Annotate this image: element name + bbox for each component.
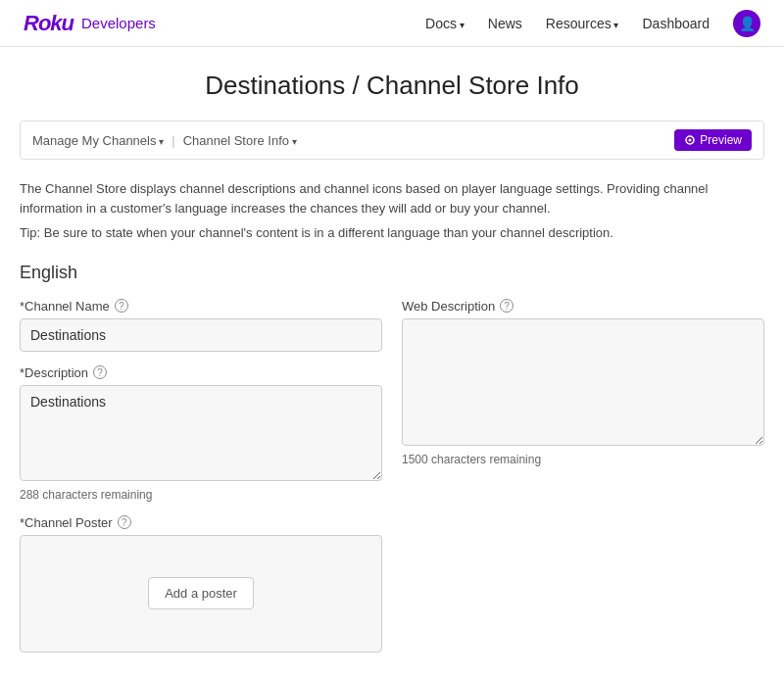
form-grid: *Channel Name ? *Description ? Destinati… [20, 299, 764, 666]
breadcrumb-left: Manage My Channels | Channel Store Info [32, 133, 297, 148]
web-description-help-icon[interactable]: ? [500, 299, 514, 313]
description-textarea[interactable]: Destinations [20, 385, 382, 481]
user-avatar[interactable]: 👤 [733, 10, 760, 37]
nav-resources[interactable]: Resources [546, 16, 619, 31]
section-title: English [20, 263, 764, 283]
navbar-links: Docs News Resources Dashboard 👤 [425, 10, 760, 37]
poster-label-text: *Channel Poster [20, 515, 113, 530]
web-description-char-remaining: 1500 characters remaining [402, 453, 764, 466]
breadcrumb-bar: Manage My Channels | Channel Store Info … [20, 121, 764, 160]
brand-label: Developers [81, 15, 156, 31]
web-description-textarea[interactable] [402, 318, 764, 446]
nav-docs[interactable]: Docs [425, 16, 465, 31]
breadcrumb-channel-store-info[interactable]: Channel Store Info [183, 133, 297, 148]
roku-logo: Roku [24, 11, 74, 36]
brand: Roku Developers [24, 11, 156, 36]
preview-icon [684, 134, 696, 146]
breadcrumb-manage-channels[interactable]: Manage My Channels [32, 133, 164, 148]
channel-name-help-icon[interactable]: ? [115, 299, 128, 313]
preview-label: Preview [700, 133, 742, 147]
nav-news[interactable]: News [488, 16, 522, 31]
info-line2: Tip: Be sure to state when your channel'… [20, 223, 764, 243]
nav-dashboard[interactable]: Dashboard [643, 16, 710, 31]
description-group: *Description ? Destinations 288 characte… [20, 365, 382, 502]
poster-group: *Channel Poster ? Add a poster [20, 515, 382, 653]
form-col-left: *Channel Name ? *Description ? Destinati… [20, 299, 382, 666]
preview-button[interactable]: Preview [674, 129, 752, 151]
info-line1: The Channel Store displays channel descr… [20, 179, 764, 218]
navbar: Roku Developers Docs News Resources Dash… [0, 0, 784, 47]
poster-upload-area[interactable]: Add a poster [20, 535, 382, 653]
english-section: English *Channel Name ? *Description ? [20, 263, 764, 666]
web-description-group: Web Description ? 1500 characters remain… [402, 299, 764, 466]
form-col-right: Web Description ? 1500 characters remain… [402, 299, 764, 666]
poster-help-icon[interactable]: ? [118, 515, 131, 529]
web-description-label-text: Web Description [402, 299, 495, 314]
channel-name-label-text: *Channel Name [20, 299, 110, 314]
channel-name-group: *Channel Name ? [20, 299, 382, 352]
info-section: The Channel Store displays channel descr… [20, 179, 764, 243]
description-label: *Description ? [20, 365, 382, 380]
add-poster-button[interactable]: Add a poster [148, 577, 254, 609]
svg-point-1 [689, 139, 692, 142]
description-char-remaining: 288 characters remaining [20, 488, 382, 502]
web-description-label: Web Description ? [402, 299, 764, 314]
page-container: Destinations / Channel Store Info Manage… [0, 47, 784, 678]
channel-name-label: *Channel Name ? [20, 299, 382, 314]
channel-name-input[interactable] [20, 318, 382, 352]
description-label-text: *Description [20, 365, 88, 380]
poster-label: *Channel Poster ? [20, 515, 382, 530]
breadcrumb-separator: | [172, 133, 174, 148]
page-title: Destinations / Channel Store Info [20, 71, 764, 101]
description-help-icon[interactable]: ? [93, 365, 107, 379]
